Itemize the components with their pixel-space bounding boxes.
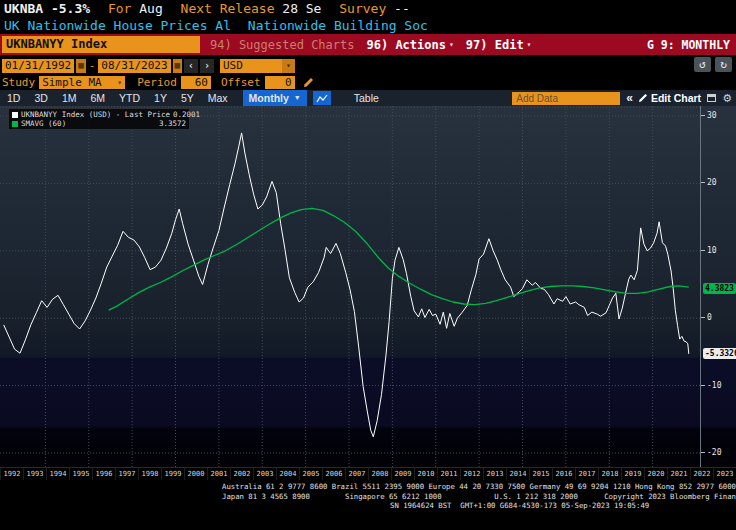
year-label: 2016 (552, 468, 575, 480)
calendar-icon[interactable]: ▦ (76, 59, 85, 73)
security-field[interactable]: UKNBANYY Index (2, 36, 200, 53)
chart-type-button[interactable] (313, 91, 331, 105)
currency-select[interactable]: USD ▾ (220, 59, 295, 73)
y-axis[interactable]: 3020100-10-20 4.3823 -5.3326 (700, 106, 736, 467)
chevron-down-icon: ▼ (294, 90, 301, 106)
x-axis-years: 1992199319941995199619971998199920002001… (0, 467, 736, 480)
redo-button[interactable]: ↻ (715, 57, 732, 72)
range-tabs: 1D3D1M6MYTD1Y5YMax (0, 90, 235, 106)
gear-icon[interactable]: ⚙ (722, 92, 732, 105)
year-label: 2004 (276, 468, 299, 480)
period-input[interactable]: 60 (181, 76, 211, 89)
tab-1y[interactable]: 1Y (147, 90, 174, 106)
collapse-panel-icon[interactable]: « (626, 91, 632, 105)
terminal-header: UKNBA -5.3% For Aug Next Release 28 Se S… (0, 0, 736, 34)
year-label: 2010 (414, 468, 437, 480)
legend-item-smavg[interactable]: SMAVG (60) 3.3572 (12, 119, 186, 128)
security-summary-line: UKNBA -5.3% For Aug Next Release 28 Se S… (4, 0, 736, 17)
line-chart-icon (316, 94, 328, 103)
next-period-button[interactable]: › (200, 59, 214, 73)
smavg-axis-badge: 4.3823 (703, 283, 736, 294)
tab-6m[interactable]: 6M (83, 90, 112, 106)
offset-input[interactable]: 0 (265, 76, 295, 89)
chart-area[interactable]: UKNBANYY Index (USD) - Last Price 0.2001… (0, 106, 736, 467)
add-data-input[interactable]: Add Data (512, 92, 620, 105)
y-tick-label: 20 (701, 178, 717, 187)
year-label: 2006 (322, 468, 345, 480)
year-label: 2009 (391, 468, 414, 480)
table-button[interactable]: Table (347, 90, 386, 106)
legend-label: SMAVG (60) (21, 119, 66, 128)
for-period: Aug (139, 1, 162, 16)
interval-select[interactable]: Monthly ▼ (243, 90, 307, 106)
next-release-label: Next Release (181, 1, 275, 16)
series-last-price-line (4, 133, 689, 437)
year-label: 2020 (644, 468, 667, 480)
year-label: 2015 (529, 468, 552, 480)
period-label: Period (137, 76, 177, 89)
year-label: 1999 (161, 468, 184, 480)
date-range-dash: - (88, 59, 97, 72)
prev-period-button[interactable]: ‹ (184, 59, 198, 73)
year-label: 2014 (506, 468, 529, 480)
actions-button[interactable]: 96) Actions ▾ (367, 38, 454, 52)
end-date-input[interactable]: 08/31/2023 (98, 59, 170, 73)
series-swatch (12, 112, 18, 118)
offset-label: Offset (221, 76, 261, 89)
year-label: 2022 (690, 468, 713, 480)
year-label: 2012 (460, 468, 483, 480)
tab-1m[interactable]: 1M (55, 90, 84, 106)
year-label: 2019 (621, 468, 644, 480)
popout-window-icon[interactable] (707, 94, 716, 102)
edit-study-pencil-icon[interactable] (303, 77, 314, 88)
legend-item-last-price[interactable]: UKNBANYY Index (USD) - Last Price 0.2001 (12, 110, 186, 119)
function-bar: UKNBANYY Index 94) Suggested Charts 96) … (0, 34, 736, 55)
year-label: 1997 (115, 468, 138, 480)
ticker: UKNBA (4, 1, 43, 16)
year-label: 2021 (667, 468, 690, 480)
tab-max[interactable]: Max (201, 90, 235, 106)
security-description-line: UK Nationwide House Prices Al Nationwide… (4, 17, 736, 34)
undo-button[interactable]: ↺ (694, 57, 711, 72)
y-tick-label: 30 (701, 111, 717, 120)
year-label: 2002 (230, 468, 253, 480)
year-label: 1995 (69, 468, 92, 480)
tab-1d[interactable]: 1D (0, 90, 27, 106)
footer-session-line: SN 1964624 BST GMT+1:00 G684-4530-173 05… (0, 501, 736, 511)
study-select[interactable]: Simple MA ▾ (39, 76, 125, 89)
year-label: 2003 (253, 468, 276, 480)
year-label: 1994 (46, 468, 69, 480)
year-label: 2017 (575, 468, 598, 480)
suggested-charts-button[interactable]: 94) Suggested Charts (210, 38, 355, 52)
next-release-value: 28 Se (282, 1, 321, 16)
date-toolbar: 01/31/1992 ▦ - 08/31/2023 ▦ ‹ › USD ▾ ↺ … (0, 55, 736, 74)
calendar-icon[interactable]: ▦ (173, 59, 182, 73)
year-label: 2011 (437, 468, 460, 480)
y-tick-label: -10 (701, 381, 721, 390)
tab-ytd[interactable]: YTD (112, 90, 147, 106)
year-label: 2013 (483, 468, 506, 480)
chevron-down-icon: ▾ (449, 40, 454, 49)
chart-plot[interactable] (0, 106, 700, 467)
year-label: 2023 (713, 468, 736, 480)
tab-5y[interactable]: 5Y (174, 90, 201, 106)
chevron-down-icon: ▾ (282, 59, 295, 73)
tab-3d[interactable]: 3D (27, 90, 54, 106)
terminal-footer: Australia 61 2 9777 8600 Brazil 5511 239… (0, 480, 736, 511)
legend-label: UKNBANYY Index (USD) - Last Price (21, 110, 170, 119)
year-label: 1992 (0, 468, 23, 480)
edit-chart-button[interactable]: Edit Chart (638, 92, 701, 104)
series-swatch (12, 121, 18, 127)
year-label: 2018 (598, 468, 621, 480)
year-label: 2005 (299, 468, 322, 480)
chart-legend: UKNBANYY Index (USD) - Last Price 0.2001… (8, 108, 190, 130)
legend-value: 3.3572 (159, 119, 186, 128)
series-smavg-line (109, 208, 689, 310)
start-date-input[interactable]: 01/31/1992 (2, 59, 74, 73)
edit-button[interactable]: 97) Edit ▾ (466, 38, 532, 52)
last-price-axis-badge: -5.3326 (703, 348, 736, 359)
pencil-icon (638, 93, 648, 103)
security-description: UK Nationwide House Prices Al (4, 17, 240, 34)
last-change: -5.3% (51, 1, 90, 16)
security-source: Nationwide Building Soc (248, 18, 428, 33)
